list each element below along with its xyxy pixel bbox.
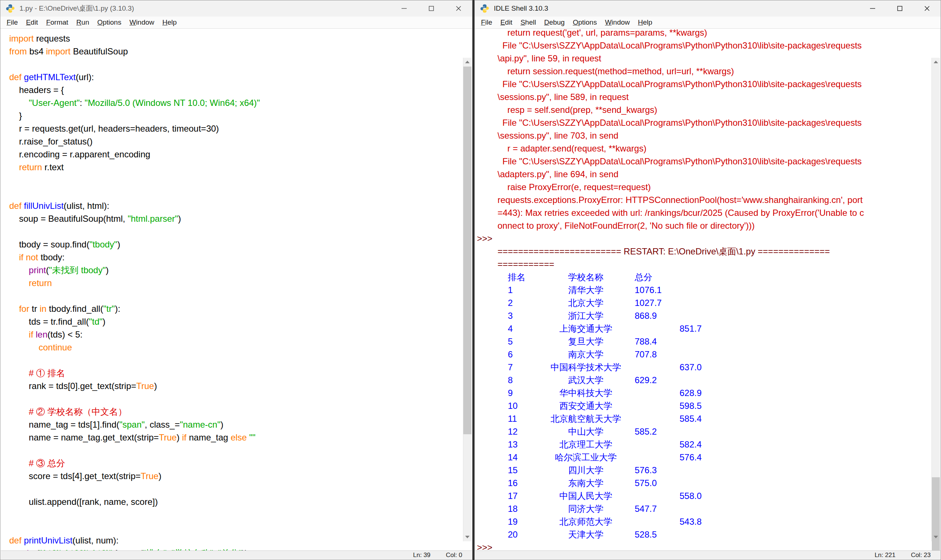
rank-value: 19 (508, 515, 518, 528)
code-line: continue (9, 341, 463, 354)
maximize-button[interactable] (886, 0, 913, 17)
traceback-line: \api.py", line 59, in request (475, 52, 932, 65)
code-line (9, 289, 463, 302)
shell-gutter (475, 168, 498, 180)
close-button[interactable] (913, 0, 941, 17)
shell-gutter (475, 386, 498, 399)
score-value: 707.8 (635, 348, 657, 361)
code-line: rank = tds[0].get_text(strip=True) (9, 380, 463, 392)
traceback-line: return request('get', url, params=params… (475, 29, 932, 39)
menu-item-shell[interactable]: Shell (516, 17, 540, 28)
restart-banner-line: =========== (475, 258, 932, 271)
scroll-down-arrow-icon[interactable] (463, 533, 471, 541)
rank-value: 17 (508, 489, 518, 502)
shell-text-area[interactable]: return request('get', url, params=params… (475, 29, 932, 551)
traceback-line: \sessions.py", line 589, in request (475, 91, 932, 103)
close-button[interactable] (445, 0, 472, 17)
score-value: 598.5 (680, 399, 702, 412)
shell-gutter (475, 361, 498, 374)
score-value: 788.4 (635, 335, 657, 348)
shell-gutter (475, 116, 498, 129)
code-line (9, 186, 463, 199)
university-name: 复旦大学 (530, 335, 641, 348)
editor-scrollbar[interactable] (463, 58, 471, 541)
menu-item-help[interactable]: Help (158, 17, 181, 28)
shell-gutter (475, 489, 498, 502)
rank-value: 14 (508, 451, 518, 464)
university-name: 哈尔滨工业大学 (530, 451, 641, 464)
editor-window: 1.py - E:\OneDrive\桌面\1.py (3.10.3) File… (0, 0, 472, 560)
code-line (9, 58, 463, 71)
shell-gutter (475, 348, 498, 361)
rank-value: 1 (508, 283, 513, 296)
menu-item-edit[interactable]: Edit (497, 17, 517, 28)
code-line (9, 354, 463, 366)
score-value: 629.2 (635, 374, 657, 386)
editor-titlebar[interactable]: 1.py - E:\OneDrive\桌面\1.py (3.10.3) (0, 0, 472, 17)
scroll-up-arrow-icon[interactable] (932, 58, 940, 66)
shell-prompt-line: >>> (475, 232, 932, 245)
code-line (9, 482, 463, 495)
menu-item-debug[interactable]: Debug (540, 17, 569, 28)
code-line: name_tag = tds[1].find("span", class_="n… (9, 418, 463, 431)
shell-window-title: IDLE Shell 3.10.3 (494, 5, 548, 12)
minimize-button[interactable] (859, 0, 886, 17)
university-name: 北京大学 (530, 296, 641, 309)
shell-gutter (475, 399, 498, 412)
ranking-row: 2北京大学1027.7 (475, 296, 932, 309)
shell-scrollbar[interactable] (932, 58, 940, 541)
code-line (9, 508, 463, 521)
shell-titlebar[interactable]: IDLE Shell 3.10.3 (475, 0, 941, 17)
rank-value: 11 (508, 412, 517, 425)
menu-item-window[interactable]: Window (125, 17, 158, 28)
scroll-up-arrow-icon[interactable] (463, 58, 471, 66)
menu-item-options[interactable]: Options (569, 17, 601, 28)
shell-body: return request('get', url, params=params… (475, 29, 940, 551)
menu-item-help[interactable]: Help (634, 17, 657, 28)
ranking-header-row: 排名学校名称总分 (475, 271, 932, 283)
shell-gutter (475, 39, 498, 52)
shell-gutter (475, 322, 498, 335)
rank-value: 3 (508, 309, 513, 322)
traceback-line: return session.request(method=method, ur… (475, 65, 932, 78)
code-line: r = requests.get(url, headers=headers, t… (9, 122, 463, 135)
code-line: for tr in tbody.find_all("tr"): (9, 302, 463, 315)
code-line (9, 392, 463, 405)
score-value: 585.2 (635, 425, 657, 438)
shell-gutter (475, 91, 498, 103)
shell-gutter (475, 374, 498, 386)
menu-item-format[interactable]: Format (42, 17, 72, 28)
menu-item-window[interactable]: Window (601, 17, 634, 28)
menu-item-file[interactable]: File (3, 17, 22, 28)
menu-item-file[interactable]: File (477, 17, 497, 28)
traceback-line: r = adapter.send(request, **kwargs) (475, 142, 932, 155)
code-line (9, 521, 463, 534)
scroll-down-arrow-icon[interactable] (932, 533, 940, 541)
traceback-line: \sessions.py", line 703, in send (475, 129, 932, 142)
editor-scrollbar-thumb[interactable] (463, 66, 471, 434)
shell-gutter (475, 180, 498, 194)
rank-value: 18 (508, 502, 518, 515)
university-name: 上海交通大学 (530, 322, 641, 335)
shell-gutter (475, 78, 498, 91)
ranking-row: 18同济大学547.7 (475, 502, 932, 515)
university-name: 天津大学 (530, 528, 641, 541)
menu-item-run[interactable]: Run (72, 17, 94, 28)
shell-gutter (475, 103, 498, 116)
ranking-row: 13北京理工大学582.4 (475, 438, 932, 451)
maximize-button[interactable] (418, 0, 445, 17)
ranking-row: 5复旦大学788.4 (475, 335, 932, 348)
minimize-button[interactable] (391, 0, 418, 17)
ranking-row: 15四川大学576.3 (475, 464, 932, 477)
score-value: 1027.7 (635, 296, 661, 309)
traceback-line: \adapters.py", line 694, in send (475, 168, 932, 180)
menu-item-edit[interactable]: Edit (22, 17, 42, 28)
traceback-line: raise ProxyError(e, request=request) (475, 180, 932, 194)
university-name: 西安交通大学 (530, 399, 641, 412)
rank-value: 12 (508, 425, 518, 438)
university-name: 武汉大学 (530, 374, 641, 386)
traceback-line: File "C:\Users\SZZY\AppData\Local\Progra… (475, 39, 932, 52)
editor-text-area[interactable]: import requestsfrom bs4 import Beautiful… (1, 29, 463, 551)
menu-item-options[interactable]: Options (93, 17, 125, 28)
rank-value: 8 (508, 374, 513, 386)
